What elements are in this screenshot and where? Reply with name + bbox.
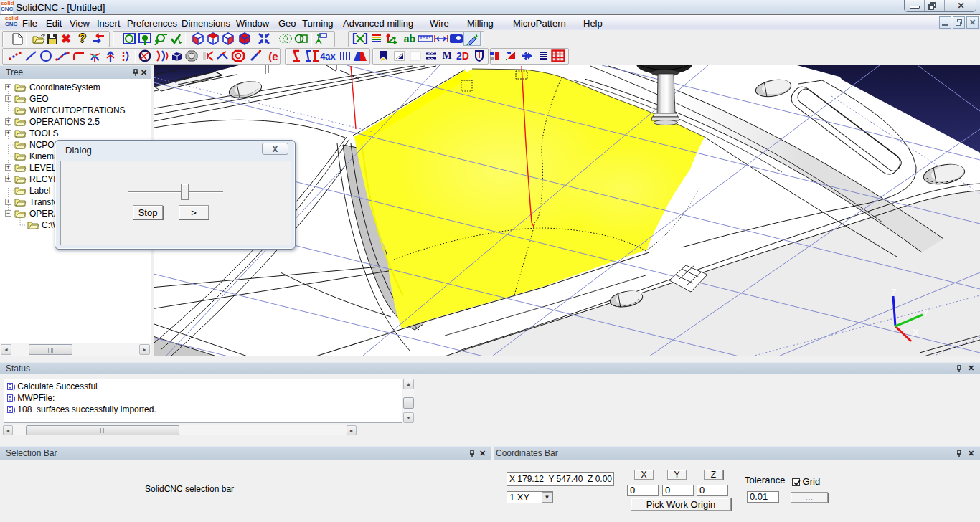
svg-text:Y: Y: [923, 308, 929, 318]
svg-text:X: X: [913, 327, 919, 338]
svg-text:Z: Z: [891, 287, 897, 298]
